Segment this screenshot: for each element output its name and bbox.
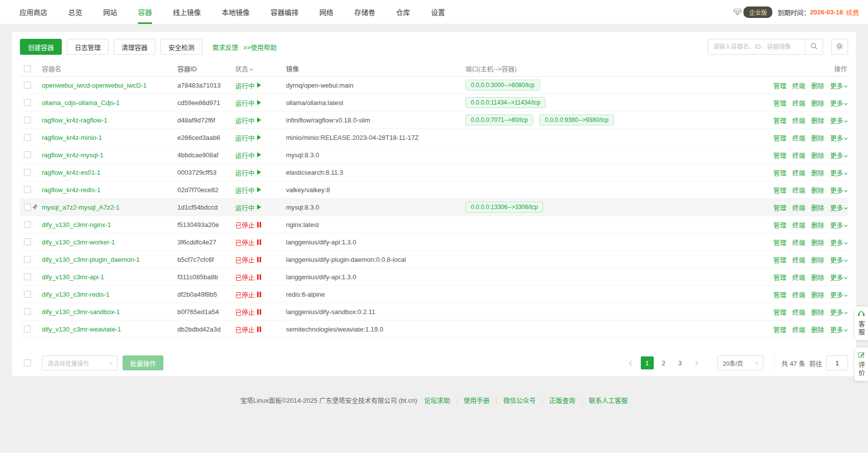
terminal-link[interactable]: 终端 [792,81,805,90]
row-checkbox[interactable] [24,273,31,280]
nav-tab[interactable]: 容器编排 [260,0,309,24]
more-link[interactable]: 更多 [830,255,847,264]
search-input[interactable] [708,39,805,54]
manage-link[interactable]: 管理 [773,203,786,212]
container-name-link[interactable]: ragflow_kr4z-ragflow-1 [42,116,108,124]
more-link[interactable]: 更多 [830,203,847,212]
container-status[interactable]: 已停止 [235,237,286,247]
container-name-link[interactable]: ragflow_kr4z-mysql-1 [42,151,104,159]
help-link[interactable]: >>使用帮助 [243,42,277,52]
more-link[interactable]: 更多 [830,150,847,160]
container-status[interactable]: 运行中 [235,185,286,195]
select-all-checkbox[interactable] [24,65,31,72]
delete-link[interactable]: 删除 [811,168,824,177]
more-link[interactable]: 更多 [830,220,847,229]
delete-link[interactable]: 删除 [811,115,824,125]
batch-apply-button[interactable]: 批量操作 [123,355,163,370]
pause-icon[interactable] [257,292,261,297]
feedback-link[interactable]: 需求反馈 [212,42,238,52]
manage-link[interactable]: 管理 [773,342,786,342]
goto-page-input[interactable] [826,355,848,370]
container-status[interactable]: 已停止 [235,307,286,317]
manage-link[interactable]: 管理 [773,185,786,195]
container-status[interactable]: 运行中 [235,150,286,160]
delete-link[interactable]: 删除 [811,290,824,299]
play-icon[interactable] [257,170,261,175]
container-name-link[interactable]: dify_v130_c3mr-api-1 [42,273,104,281]
play-icon[interactable] [257,100,261,105]
pause-icon[interactable] [257,239,261,245]
play-icon[interactable] [257,83,261,88]
delete-link[interactable]: 删除 [811,272,824,282]
pause-icon[interactable] [257,257,261,262]
terminal-link[interactable]: 终端 [792,272,805,282]
pause-icon[interactable] [257,309,261,315]
row-checkbox[interactable] [24,238,31,245]
more-link[interactable]: 更多 [830,133,847,142]
nav-tab[interactable]: 设置 [421,0,455,24]
footer-link[interactable]: 正版查询 [536,395,575,405]
pause-icon[interactable] [257,327,261,332]
row-checkbox[interactable] [24,256,31,263]
row-checkbox[interactable] [24,291,31,298]
more-link[interactable]: 更多 [830,325,847,334]
more-link[interactable]: 更多 [830,98,847,108]
delete-link[interactable]: 删除 [811,98,824,108]
terminal-link[interactable]: 终端 [792,185,805,195]
manage-link[interactable]: 管理 [773,290,786,299]
row-checkbox[interactable] [24,221,31,228]
container-name-link[interactable]: mysql_a7z2-mysql_A7z2-1 [42,204,120,211]
renew-link[interactable]: 续费 [846,7,859,17]
page-size-select[interactable]: 20条/页 [718,355,764,370]
row-checkbox[interactable] [24,99,31,106]
container-status[interactable]: 已停止 [235,272,286,282]
delete-link[interactable]: 删除 [811,150,824,160]
terminal-link[interactable]: 终端 [792,307,805,317]
terminal-link[interactable]: 终端 [792,168,805,177]
container-name-link[interactable]: dify_v130_c3mr-redis-1 [42,291,110,298]
footer-link[interactable]: 微信公众号 [490,395,536,405]
terminal-link[interactable]: 终端 [792,237,805,247]
batch-action-select[interactable]: 请选择批量操作 [42,355,118,370]
page-number-button[interactable]: 3 [674,356,687,369]
terminal-link[interactable]: 终端 [792,150,805,160]
more-link[interactable]: 更多 [830,237,847,247]
delete-link[interactable]: 删除 [811,342,824,342]
nav-tab[interactable]: 存储卷 [344,0,386,24]
nav-tab[interactable]: 应用商店 [9,0,58,24]
manage-link[interactable]: 管理 [773,237,786,247]
search-button[interactable] [805,39,823,54]
container-status[interactable]: 运行中 [235,203,286,212]
terminal-link[interactable]: 终端 [792,325,805,334]
terminal-link[interactable]: 终端 [792,255,805,264]
more-link[interactable]: 更多 [830,290,847,299]
row-checkbox[interactable] [24,186,31,193]
page-number-button[interactable]: 1 [641,356,654,369]
container-status[interactable]: 已停止 [235,255,286,264]
manage-link[interactable]: 管理 [773,98,786,108]
container-status[interactable]: 运行中 [235,168,286,177]
more-link[interactable]: 更多 [830,185,847,195]
row-checkbox[interactable] [24,82,31,89]
nav-tab[interactable]: 网站 [93,0,128,24]
delete-link[interactable]: 删除 [811,237,824,247]
delete-link[interactable]: 删除 [811,81,824,90]
terminal-link[interactable]: 终端 [792,220,805,229]
delete-link[interactable]: 删除 [811,307,824,317]
container-status[interactable]: 已停止 [235,342,286,342]
play-icon[interactable] [257,205,261,210]
container-status[interactable]: 已停止 [235,220,286,229]
terminal-link[interactable]: 终端 [792,133,805,142]
container-name-link[interactable]: ragflow_kr4z-redis-1 [42,186,101,194]
row-checkbox[interactable] [24,204,31,211]
delete-link[interactable]: 删除 [811,325,824,334]
manage-link[interactable]: 管理 [773,307,786,317]
manage-link[interactable]: 管理 [773,115,786,125]
footer-link[interactable]: 联系人工客服 [575,395,627,405]
container-name-link[interactable]: dify_v130_c3mr-worker-1 [42,238,115,246]
container-name-link[interactable]: dify_v130_c3mr-nginx-1 [42,221,111,228]
container-name-link[interactable]: ollama_cdjs-ollama_Cdjs-1 [42,99,120,107]
batch-select-all-checkbox[interactable] [24,359,31,366]
settings-button[interactable] [831,39,848,55]
play-icon[interactable] [257,135,261,140]
